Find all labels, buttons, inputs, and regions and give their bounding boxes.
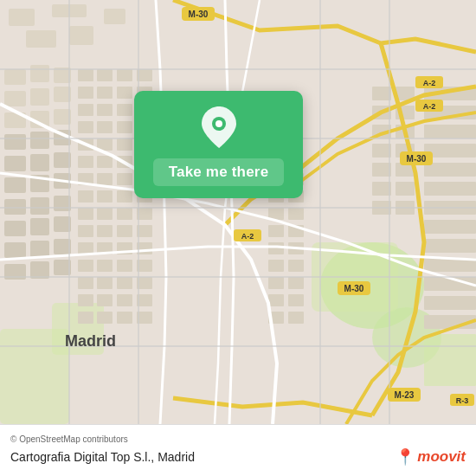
svg-point-165: [215, 120, 222, 127]
bottom-bar: © OpenStreetMap contributors Cartografia…: [0, 424, 476, 476]
svg-rect-14: [4, 91, 26, 106]
svg-rect-106: [288, 208, 304, 220]
svg-rect-15: [30, 88, 49, 106]
svg-rect-115: [268, 294, 284, 306]
svg-rect-10: [69, 26, 93, 45]
svg-rect-39: [30, 261, 49, 279]
svg-rect-87: [117, 208, 132, 220]
svg-rect-125: [372, 144, 391, 158]
svg-rect-34: [54, 216, 71, 232]
svg-rect-63: [78, 260, 93, 272]
svg-rect-60: [97, 225, 113, 237]
svg-rect-114: [288, 277, 304, 289]
svg-rect-138: [424, 182, 476, 196]
svg-rect-130: [396, 182, 415, 196]
svg-rect-71: [117, 69, 132, 81]
svg-rect-36: [30, 241, 49, 258]
pin-icon: [202, 106, 236, 151]
svg-rect-59: [78, 225, 93, 237]
svg-rect-21: [30, 132, 49, 149]
svg-rect-119: [372, 87, 391, 100]
svg-rect-19: [54, 109, 71, 125]
svg-rect-9: [26, 30, 56, 48]
svg-text:A-2: A-2: [423, 79, 436, 87]
svg-rect-129: [372, 182, 391, 196]
svg-rect-112: [288, 260, 304, 272]
svg-rect-32: [4, 221, 26, 236]
svg-rect-135: [424, 125, 476, 138]
svg-rect-113: [268, 277, 284, 289]
svg-rect-55: [78, 190, 93, 203]
svg-rect-52: [97, 156, 113, 168]
moovit-pin-icon: 📍: [396, 447, 415, 466]
svg-rect-41: [78, 69, 93, 81]
svg-rect-58: [97, 208, 113, 220]
svg-text:M-23: M-23: [395, 390, 415, 400]
svg-rect-69: [78, 312, 93, 324]
svg-rect-83: [117, 173, 132, 185]
svg-rect-61: [78, 242, 93, 254]
location-popup[interactable]: Take me there: [134, 91, 303, 198]
moovit-logo: 📍 moovit: [396, 447, 466, 466]
svg-rect-46: [97, 104, 113, 116]
svg-rect-45: [78, 104, 93, 116]
svg-rect-89: [117, 225, 132, 237]
svg-rect-75: [117, 104, 132, 116]
svg-rect-12: [30, 65, 49, 82]
svg-rect-56: [97, 190, 113, 203]
svg-rect-35: [4, 242, 26, 258]
svg-rect-79: [117, 138, 132, 151]
footer-location-text: Cartografia Digital Top S.l., Madrid: [10, 450, 195, 464]
svg-rect-137: [424, 163, 476, 177]
svg-rect-43: [78, 87, 93, 99]
svg-rect-68: [97, 294, 113, 306]
svg-rect-51: [78, 156, 93, 168]
svg-rect-57: [78, 208, 93, 220]
svg-rect-146: [424, 334, 476, 386]
svg-rect-11: [4, 69, 26, 85]
svg-rect-30: [30, 197, 49, 215]
svg-rect-93: [117, 260, 132, 272]
svg-rect-116: [288, 294, 304, 306]
svg-rect-127: [372, 163, 391, 177]
svg-rect-37: [54, 239, 71, 254]
svg-rect-97: [117, 294, 132, 306]
moovit-brand-label: moovit: [417, 448, 466, 466]
svg-rect-67: [78, 294, 93, 306]
svg-text:M-30: M-30: [407, 154, 427, 164]
svg-rect-64: [97, 260, 113, 272]
svg-rect-144: [424, 296, 476, 310]
svg-rect-24: [30, 154, 49, 171]
svg-rect-47: [78, 121, 93, 133]
svg-rect-95: [117, 277, 132, 289]
take-me-there-button[interactable]: Take me there: [153, 158, 285, 186]
svg-text:A-2: A-2: [241, 232, 254, 241]
svg-rect-31: [54, 196, 71, 211]
svg-rect-25: [54, 152, 71, 168]
svg-rect-141: [424, 239, 476, 253]
svg-rect-73: [117, 87, 132, 99]
svg-text:Madrid: Madrid: [65, 332, 116, 350]
svg-rect-42: [97, 69, 113, 81]
map-attribution: © OpenStreetMap contributors: [10, 434, 466, 444]
svg-rect-77: [117, 121, 132, 133]
svg-rect-33: [30, 218, 49, 235]
svg-rect-70: [97, 312, 113, 324]
svg-rect-44: [97, 87, 113, 99]
svg-text:M-30: M-30: [189, 10, 209, 19]
svg-rect-23: [4, 156, 26, 171]
svg-rect-48: [97, 121, 113, 133]
map-view[interactable]: M-30 A-2 A-2 M-30 M-30 A-2 M-23 Madrid R…: [0, 0, 476, 424]
svg-rect-54: [97, 173, 113, 185]
svg-rect-99: [117, 312, 132, 324]
svg-rect-8: [104, 9, 125, 24]
svg-rect-29: [4, 199, 26, 215]
svg-text:R-3: R-3: [456, 396, 469, 405]
svg-text:A-2: A-2: [423, 102, 436, 111]
svg-rect-65: [78, 277, 93, 289]
svg-rect-16: [54, 87, 71, 102]
svg-text:M-30: M-30: [344, 284, 364, 293]
svg-rect-118: [288, 312, 304, 324]
map-svg: M-30 A-2 A-2 M-30 M-30 A-2 M-23 Madrid R…: [0, 0, 476, 424]
svg-rect-85: [117, 190, 132, 203]
